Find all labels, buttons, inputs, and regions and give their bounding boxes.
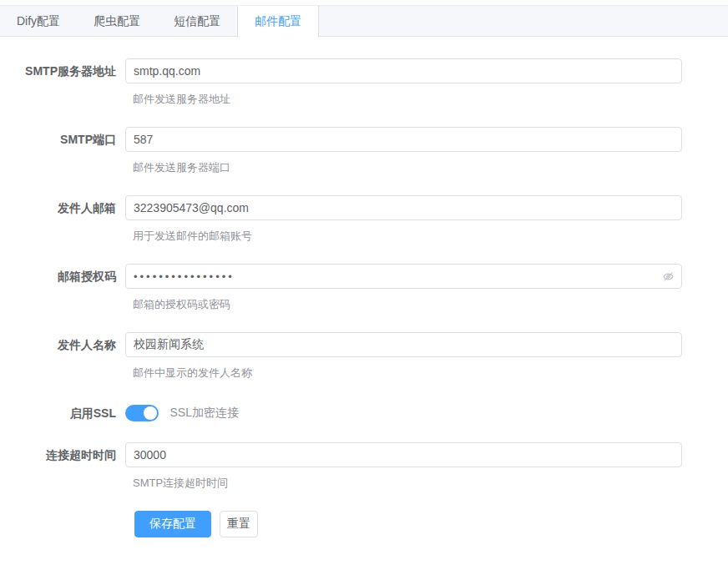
form-row-smtp-port: SMTP端口 邮件发送服务器端口 — [0, 127, 728, 174]
auth-code-hint: 邮箱的授权码或密码 — [125, 297, 682, 311]
sender-name-input[interactable] — [125, 332, 682, 357]
mail-config-form: SMTP服务器地址 邮件发送服务器地址 SMTP端口 邮件发送服务器端口 发件人… — [0, 37, 728, 537]
form-row-ssl: 启用SSL SSL加密连接 — [0, 401, 728, 426]
sender-name-label: 发件人名称 — [0, 332, 125, 380]
smtp-port-input[interactable] — [125, 127, 682, 152]
tab-dify-config[interactable]: Dify配置 — [0, 6, 77, 36]
save-config-button[interactable]: 保存配置 — [134, 511, 211, 537]
sender-email-input[interactable] — [125, 195, 682, 220]
sender-email-label: 发件人邮箱 — [0, 195, 125, 243]
smtp-host-label: SMTP服务器地址 — [0, 58, 125, 106]
timeout-input[interactable] — [125, 442, 682, 467]
ssl-toggle-description: SSL加密连接 — [169, 406, 238, 419]
form-row-auth-code: 邮箱授权码 邮箱的授权码或密码 — [0, 264, 728, 311]
tab-sms-config[interactable]: 短信配置 — [157, 6, 237, 36]
smtp-port-label: SMTP端口 — [0, 127, 125, 174]
tab-mail-config[interactable]: 邮件配置 — [237, 6, 319, 38]
timeout-label: 连接超时时间 — [0, 442, 125, 490]
form-actions: 保存配置 重置 — [134, 511, 728, 537]
form-row-sender-email: 发件人邮箱 用于发送邮件的邮箱账号 — [0, 195, 728, 243]
form-row-sender-name: 发件人名称 邮件中显示的发件人名称 — [0, 332, 728, 380]
sender-email-hint: 用于发送邮件的邮箱账号 — [125, 229, 682, 243]
tab-crawler-config[interactable]: 爬虫配置 — [77, 6, 157, 36]
auth-code-input[interactable] — [125, 264, 682, 289]
mail-config-page: Dify配置 爬虫配置 短信配置 邮件配置 SMTP服务器地址 邮件发送服务器地… — [0, 0, 728, 565]
form-row-timeout: 连接超时时间 SMTP连接超时时间 — [0, 442, 728, 490]
eye-off-icon — [662, 270, 675, 283]
toggle-password-visibility-button[interactable] — [660, 264, 675, 289]
ssl-label: 启用SSL — [0, 401, 125, 426]
smtp-host-hint: 邮件发送服务器地址 — [125, 92, 682, 106]
config-tabs: Dify配置 爬虫配置 短信配置 邮件配置 — [0, 5, 728, 37]
auth-code-label: 邮箱授权码 — [0, 264, 125, 311]
timeout-hint: SMTP连接超时时间 — [125, 476, 682, 490]
reset-button[interactable]: 重置 — [220, 511, 258, 537]
smtp-host-input[interactable] — [125, 58, 682, 83]
form-row-smtp-host: SMTP服务器地址 邮件发送服务器地址 — [0, 58, 728, 106]
smtp-port-hint: 邮件发送服务器端口 — [125, 160, 682, 174]
ssl-toggle[interactable] — [125, 405, 159, 421]
sender-name-hint: 邮件中显示的发件人名称 — [125, 366, 682, 380]
